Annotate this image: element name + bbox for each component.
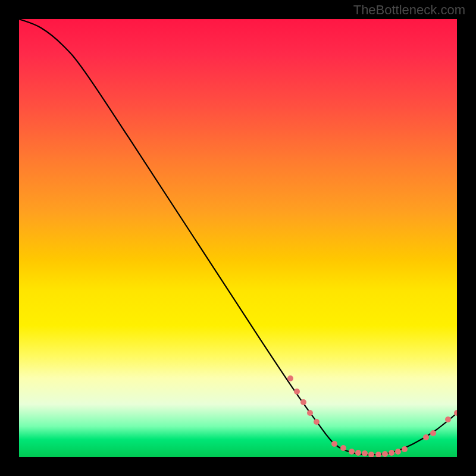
chart-curve-svg (19, 19, 457, 457)
data-point-dot (340, 445, 346, 451)
data-point-dot (294, 389, 300, 394)
data-point-dot (402, 446, 408, 452)
data-point-dot (355, 450, 361, 456)
bottleneck-curve (19, 19, 457, 455)
data-point-dot (430, 430, 436, 436)
data-point-dot (454, 410, 457, 416)
data-point-dot (423, 434, 429, 440)
data-point-dot (331, 441, 337, 447)
chart-plot-area (19, 19, 457, 457)
data-point-dot (445, 416, 451, 422)
data-point-dot (300, 399, 306, 405)
data-point-dot (314, 419, 320, 425)
data-point-dot (375, 452, 381, 457)
data-point-dot (368, 452, 374, 457)
data-point-dot (395, 449, 401, 455)
watermark: TheBottleneck.com (353, 2, 465, 18)
data-point-dot (362, 450, 368, 456)
data-point-dot (349, 449, 355, 455)
data-point-dot (382, 451, 388, 457)
data-point-dot (389, 450, 394, 456)
data-point-dot (307, 410, 313, 416)
data-point-dot (287, 375, 293, 381)
